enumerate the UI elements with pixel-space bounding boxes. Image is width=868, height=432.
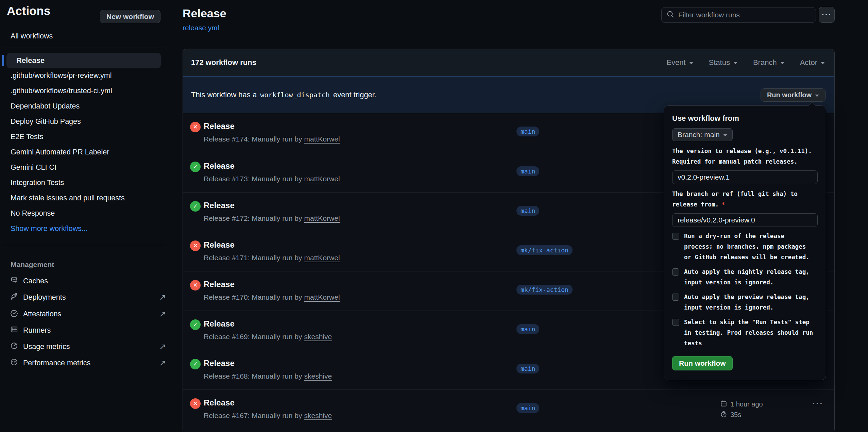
run-description: Release #173: Manually run bymattKorwel (204, 175, 340, 183)
run-title-link[interactable]: Release (204, 240, 235, 250)
run-title-link[interactable]: Release (204, 201, 235, 210)
sidebar-item-workflow[interactable]: E2E Tests (11, 129, 43, 145)
sidebar-item-caches[interactable]: Caches (10, 273, 162, 289)
sidebar-item-workflow[interactable]: .github/workflows/trusted-ci.yml (11, 83, 112, 99)
branch-badge[interactable]: mk/fix-action (516, 245, 573, 255)
version-input[interactable] (672, 170, 818, 184)
run-failed-icon: ✕ (190, 398, 201, 409)
sidebar-item-workflow[interactable]: Mark stale issues and pull requests (11, 190, 125, 206)
run-success-icon: ✓ (190, 201, 201, 212)
actor-link[interactable]: mattKorwel (304, 293, 340, 301)
branch-badge[interactable]: main (516, 324, 539, 334)
nightly-tag-checkbox[interactable] (672, 268, 679, 276)
sidebar-item-deployments[interactable]: Deployments ↗ (10, 289, 162, 305)
run-title-link[interactable]: Release (204, 121, 235, 131)
branch-selector-button[interactable]: Branch: main (672, 128, 733, 141)
sidebar-item-workflow[interactable]: Gemini Automated PR Labeler (11, 145, 109, 160)
sidebar-item-label: Runners (23, 326, 51, 335)
skip-tests-checkbox-row: Select to skip the "Run Tests" step in t… (672, 317, 818, 349)
actor-link[interactable]: mattKorwel (304, 214, 340, 222)
actor-link[interactable]: skeshive (304, 372, 332, 380)
run-title-link[interactable]: Release (204, 280, 235, 289)
filter-branch-dropdown[interactable]: Branch (753, 58, 784, 67)
run-title-link[interactable]: Release (204, 161, 235, 171)
actor-link[interactable]: skeshive (304, 412, 332, 419)
sidebar-divider (3, 245, 166, 245)
branch-badge[interactable]: main (516, 403, 539, 413)
sidebar-item-attestations[interactable]: Attestations ↗ (10, 306, 162, 322)
stopwatch-icon (720, 411, 727, 419)
branch-badge[interactable]: mk/fix-action (516, 285, 573, 295)
ref-input[interactable] (672, 213, 818, 227)
skip-tests-checkbox[interactable] (672, 319, 679, 326)
run-title-link[interactable]: Release (204, 359, 235, 368)
run-options-kebab-button[interactable]: ··· (809, 399, 828, 408)
sidebar-item-workflow[interactable]: Dependabot Updates (11, 99, 80, 114)
run-description: Release #174: Manually run bymattKorwel (204, 135, 340, 143)
sidebar-item-workflow[interactable]: Integration Tests (11, 175, 64, 190)
chevron-down-icon (723, 134, 727, 136)
run-failed-icon: ✕ (190, 122, 201, 132)
sidebar-item-label: Deployments (23, 293, 66, 302)
branch-badge[interactable]: main (516, 166, 539, 176)
sidebar-item-all-workflows[interactable]: All workflows (11, 29, 53, 44)
run-description: Release #172: Manually run bymattKorwel (204, 214, 340, 222)
actor-link[interactable]: skeshive (304, 333, 332, 340)
run-description: Release #167: Manually run byskeshive (204, 412, 332, 420)
run-title-link[interactable]: Release (204, 398, 235, 408)
workflow-options-kebab-button[interactable]: ··· (819, 7, 835, 23)
branch-badge[interactable]: main (516, 206, 539, 216)
run-failed-icon: ✕ (190, 240, 201, 251)
runs-list-header: 172 workflow runs Event Status Branch Ac… (183, 49, 834, 76)
run-description: Release #168: Manually run byskeshive (204, 372, 332, 380)
filter-actor-dropdown[interactable]: Actor (800, 58, 825, 67)
external-link-icon: ↗ (159, 358, 166, 368)
sidebar-item-workflow[interactable]: .github/workflows/pr-review.yml (11, 68, 112, 83)
actions-page: Actions New workflow All workflows Relea… (0, 0, 868, 432)
sidebar-item-workflow[interactable]: Gemini CLI CI (11, 160, 56, 175)
run-workflow-dropdown-button[interactable]: Run workflow (761, 88, 826, 102)
cache-icon (10, 276, 18, 286)
checkbox-label: Auto apply the nightly release tag, inpu… (684, 267, 810, 288)
server-icon (10, 326, 18, 335)
verified-badge-icon (10, 309, 18, 319)
sidebar-item-release-selected[interactable]: Release (6, 53, 161, 68)
show-more-workflows-link[interactable]: Show more workflows... (11, 221, 88, 236)
new-workflow-button[interactable]: New workflow (100, 10, 160, 23)
chevron-down-icon (689, 62, 693, 64)
preview-tag-checkbox[interactable] (672, 294, 679, 301)
sidebar-item-label: Performance metrics (23, 359, 90, 367)
search-icon (666, 10, 675, 20)
filter-status-dropdown[interactable]: Status (709, 58, 737, 67)
version-input-label: The version to release (e.g., v0.1.11). … (672, 146, 818, 167)
external-link-icon: ↗ (159, 293, 166, 302)
sidebar-item-performance-metrics[interactable]: Performance metrics ↗ (10, 355, 162, 371)
filter-workflow-runs-input[interactable] (678, 11, 811, 19)
workflow-file-link[interactable]: release.yml (183, 24, 219, 32)
run-workflow-submit-button[interactable]: Run workflow (672, 356, 733, 370)
run-workflow-popover: Use workflow from Branch: main The versi… (664, 105, 826, 380)
main-content: Release release.yml ··· 172 workflow run… (183, 0, 835, 432)
rocket-icon (10, 293, 18, 302)
branch-badge[interactable]: main (516, 364, 539, 373)
sidebar-item-usage-metrics[interactable]: Usage metrics ↗ (10, 338, 162, 355)
sidebar-item-label: Attestations (23, 310, 61, 318)
sidebar-item-runners[interactable]: Runners (10, 322, 162, 338)
chevron-down-icon (733, 62, 737, 64)
workflow-run-row: ✕ Release Release #167: Manually run bys… (183, 389, 834, 429)
actor-link[interactable]: mattKorwel (304, 135, 340, 143)
branch-badge[interactable]: main (516, 127, 539, 136)
sidebar-item-workflow[interactable]: Deploy GitHub Pages (11, 114, 81, 129)
run-meta: 1 hour ago 35s (720, 399, 763, 420)
dry-run-checkbox[interactable] (672, 233, 679, 240)
sidebar-item-workflow[interactable]: No Response (11, 206, 55, 221)
runs-filters: Event Status Branch Actor (666, 58, 825, 67)
filter-event-dropdown[interactable]: Event (666, 58, 693, 67)
gauge-icon (10, 358, 18, 368)
actor-link[interactable]: mattKorwel (304, 254, 340, 262)
run-title-link[interactable]: Release (204, 319, 235, 329)
ref-input-label: The branch or ref (full git sha) to rele… (672, 189, 818, 210)
actor-link[interactable]: mattKorwel (304, 175, 340, 183)
calendar-icon (720, 400, 727, 409)
run-description: Release #169: Manually run byskeshive (204, 333, 332, 341)
